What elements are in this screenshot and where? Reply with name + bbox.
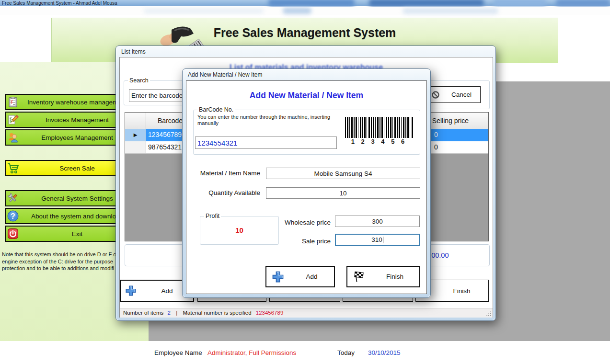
sale-price-label: Sale price — [276, 238, 331, 245]
cell-barcode: 123456789 — [148, 131, 182, 138]
cell-selling-price: 0 — [434, 131, 438, 138]
add-material-dialog-title: Add New Material / New Item — [188, 71, 262, 78]
row-selector-arrow: ▶ — [125, 129, 146, 141]
quantity-input[interactable] — [266, 187, 420, 199]
row-selector-header — [125, 113, 146, 129]
cancel-button[interactable]: Cancel — [428, 86, 481, 103]
tools-icon — [6, 192, 20, 205]
window-titlebar[interactable]: Free Sales Management System - Ahmad Ade… — [0, 0, 610, 6]
cell-barcode: 987654321 — [148, 143, 182, 151]
barcode-number-input[interactable] — [195, 136, 337, 149]
background-browser-blur — [369, 0, 484, 7]
status-items-label: Number of items — [123, 310, 163, 316]
today-date: 30/10/2015 — [368, 349, 401, 356]
wholesale-price-input[interactable] — [335, 216, 420, 227]
status-material-value: 123456789 — [256, 310, 284, 316]
profit-group: Profit 10 — [200, 216, 279, 245]
background-browser-blur — [494, 0, 546, 7]
search-group-label: Search — [128, 77, 150, 84]
add-material-dialog-body: Add New Material / New Item BarCode No. … — [186, 80, 427, 294]
clipboard-icon — [6, 96, 20, 108]
barcode-digits: 1 2 3 4 5 6 — [345, 138, 413, 145]
sale-price-input[interactable]: 310 — [335, 234, 420, 246]
svg-text:?: ? — [11, 212, 15, 220]
status-material-label: Material number is specified — [183, 310, 251, 316]
employee-name-label: Employee Name — [154, 349, 202, 356]
wholesale-price-label: Wholesale price — [276, 219, 331, 226]
finish-list-button-label: Finish — [435, 287, 488, 295]
status-bar: Number of items 2 | Material number is s… — [120, 308, 493, 318]
finish-material-button[interactable]: Finish — [346, 266, 420, 287]
barcode-helper-text: You can enter the number through the mac… — [197, 114, 346, 126]
background-browser-blur — [283, 8, 311, 14]
background-browser-blur — [144, 9, 264, 13]
app-window: Free Sales Management System - Ahmad Ade… — [0, 0, 610, 364]
background-browser-blur — [268, 0, 355, 7]
background-browser-blur — [403, 8, 498, 14]
flag-icon — [347, 271, 370, 283]
banner-title: Free Sales Management System — [52, 26, 558, 40]
finish-material-button-label: Finish — [370, 273, 419, 280]
power-icon — [6, 228, 20, 240]
add-material-button[interactable]: Add — [265, 266, 335, 287]
barcode-group-label: BarCode No. — [197, 106, 235, 113]
add-material-dialog: Add New Material / New Item Add New Mate… — [182, 68, 431, 298]
add-material-button-label: Add — [289, 273, 334, 280]
window-menustrip — [0, 7, 610, 15]
today-label: Today — [337, 349, 355, 356]
background-browser-blur — [556, 0, 610, 7]
material-name-label: Material / Item Name — [193, 170, 260, 177]
text-caret — [383, 237, 383, 243]
window-title: Free Sales Management System - Ahmad Ade… — [2, 0, 117, 6]
status-items-count: 2 — [168, 310, 171, 316]
list-items-dialog-title: List items — [121, 48, 146, 55]
employee-name-value: Administrator, Full Permissions — [207, 349, 296, 356]
cell-selling-price: 0 — [434, 143, 438, 151]
sidebar-note: Note that this system should be on drive… — [2, 251, 118, 272]
profit-value: 10 — [200, 226, 278, 234]
cart-icon — [6, 162, 20, 174]
invoice-icon — [6, 114, 20, 126]
material-name-input[interactable] — [266, 168, 420, 179]
add-material-heading: Add New Material / New Item — [186, 91, 426, 101]
resize-grip[interactable] — [486, 311, 491, 316]
quantity-label: Quantity Available — [193, 189, 260, 196]
plus-icon — [266, 270, 289, 284]
barcode-image — [345, 117, 413, 138]
row-selector — [125, 141, 146, 153]
status-divider: | — [176, 310, 177, 316]
cancel-button-label: Cancel — [443, 91, 480, 98]
question-icon: ? — [6, 210, 20, 222]
plus-icon — [121, 284, 141, 297]
profit-label: Profit — [204, 213, 221, 219]
people-icon — [6, 131, 20, 144]
